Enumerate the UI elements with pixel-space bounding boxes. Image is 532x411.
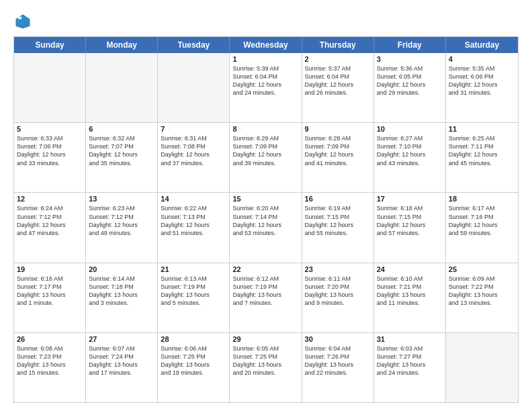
day-number: 30 — [305, 335, 371, 343]
calendar-cell: 15Sunrise: 6:20 AMSunset: 7:14 PMDayligh… — [230, 193, 302, 262]
cell-text: Sunrise: 6:19 AMSunset: 7:15 PMDaylight:… — [305, 204, 371, 237]
calendar-row: 5Sunrise: 6:33 AMSunset: 7:06 PMDaylight… — [14, 122, 518, 192]
cell-text: Sunrise: 5:37 AMSunset: 6:04 PMDaylight:… — [305, 64, 371, 97]
calendar-cell: 11Sunrise: 6:25 AMSunset: 7:11 PMDayligh… — [446, 123, 518, 192]
calendar-cell: 1Sunrise: 5:39 AMSunset: 6:04 PMDaylight… — [230, 53, 302, 122]
calendar-cell: 9Sunrise: 6:28 AMSunset: 7:09 PMDaylight… — [302, 123, 374, 192]
day-number: 28 — [161, 335, 226, 343]
calendar: SundayMondayTuesdayWednesdayThursdayFrid… — [13, 36, 519, 403]
logo — [13, 12, 35, 31]
day-number: 3 — [377, 55, 443, 63]
cell-text: Sunrise: 6:32 AMSunset: 7:07 PMDaylight:… — [89, 134, 154, 167]
cell-text: Sunrise: 6:05 AMSunset: 7:25 PMDaylight:… — [232, 345, 298, 377]
calendar-cell: 21Sunrise: 6:13 AMSunset: 7:19 PMDayligh… — [158, 263, 230, 332]
cell-text: Sunrise: 6:22 AMSunset: 7:13 PMDaylight:… — [161, 204, 226, 237]
day-number: 24 — [377, 265, 443, 273]
calendar-row: 26Sunrise: 6:08 AMSunset: 7:23 PMDayligh… — [14, 332, 518, 402]
calendar-cell: 14Sunrise: 6:22 AMSunset: 7:13 PMDayligh… — [158, 193, 230, 262]
calendar-cell: 13Sunrise: 6:23 AMSunset: 7:12 PMDayligh… — [86, 193, 158, 262]
cell-text: Sunrise: 6:17 AMSunset: 7:16 PMDaylight:… — [449, 204, 515, 237]
calendar-cell: 6Sunrise: 6:32 AMSunset: 7:07 PMDaylight… — [86, 123, 158, 192]
day-number: 1 — [232, 55, 298, 63]
header-day-thursday: Thursday — [302, 37, 374, 53]
calendar-cell: 10Sunrise: 6:27 AMSunset: 7:10 PMDayligh… — [374, 123, 446, 192]
calendar-row: 19Sunrise: 6:16 AMSunset: 7:17 PMDayligh… — [14, 263, 518, 332]
day-number: 2 — [305, 55, 371, 63]
day-number: 10 — [377, 125, 443, 133]
header — [13, 12, 519, 31]
cell-text: Sunrise: 6:08 AMSunset: 7:23 PMDaylight:… — [17, 345, 83, 377]
cell-text: Sunrise: 6:24 AMSunset: 7:12 PMDaylight:… — [17, 204, 83, 237]
cell-text: Sunrise: 6:29 AMSunset: 7:09 PMDaylight:… — [232, 134, 298, 167]
day-number: 27 — [89, 335, 154, 343]
calendar-header: SundayMondayTuesdayWednesdayThursdayFrid… — [14, 37, 518, 53]
cell-text: Sunrise: 6:04 AMSunset: 7:26 PMDaylight:… — [305, 345, 371, 377]
day-number: 23 — [305, 265, 371, 273]
cell-text: Sunrise: 6:07 AMSunset: 7:24 PMDaylight:… — [89, 345, 154, 377]
day-number: 20 — [89, 265, 154, 273]
calendar-cell: 23Sunrise: 6:11 AMSunset: 7:20 PMDayligh… — [302, 263, 374, 332]
calendar-cell: 24Sunrise: 6:10 AMSunset: 7:21 PMDayligh… — [374, 263, 446, 332]
cell-text: Sunrise: 6:31 AMSunset: 7:08 PMDaylight:… — [161, 134, 226, 167]
calendar-cell: 25Sunrise: 6:09 AMSunset: 7:22 PMDayligh… — [446, 263, 518, 332]
day-number: 17 — [377, 195, 443, 203]
svg-rect-2 — [18, 17, 21, 19]
calendar-cell: 29Sunrise: 6:05 AMSunset: 7:25 PMDayligh… — [230, 333, 302, 402]
calendar-cell: 8Sunrise: 6:29 AMSunset: 7:09 PMDaylight… — [230, 123, 302, 192]
cell-text: Sunrise: 6:06 AMSunset: 7:25 PMDaylight:… — [161, 345, 226, 377]
cell-text: Sunrise: 6:13 AMSunset: 7:19 PMDaylight:… — [161, 275, 226, 308]
cell-text: Sunrise: 6:23 AMSunset: 7:12 PMDaylight:… — [89, 204, 154, 237]
day-number: 31 — [377, 335, 443, 343]
calendar-cell — [446, 333, 518, 402]
calendar-cell: 4Sunrise: 5:35 AMSunset: 6:06 PMDaylight… — [446, 53, 518, 122]
calendar-cell: 22Sunrise: 6:12 AMSunset: 7:19 PMDayligh… — [230, 263, 302, 332]
header-day-monday: Monday — [86, 37, 158, 53]
cell-text: Sunrise: 6:14 AMSunset: 7:18 PMDaylight:… — [89, 275, 154, 308]
day-number: 5 — [17, 125, 83, 133]
day-number: 21 — [161, 265, 226, 273]
day-number: 12 — [17, 195, 83, 203]
cell-text: Sunrise: 6:20 AMSunset: 7:14 PMDaylight:… — [232, 204, 298, 237]
calendar-cell: 18Sunrise: 6:17 AMSunset: 7:16 PMDayligh… — [446, 193, 518, 262]
calendar-cell: 19Sunrise: 6:16 AMSunset: 7:17 PMDayligh… — [14, 263, 86, 332]
page: SundayMondayTuesdayWednesdayThursdayFrid… — [0, 0, 532, 411]
calendar-row: 12Sunrise: 6:24 AMSunset: 7:12 PMDayligh… — [14, 192, 518, 262]
day-number: 25 — [449, 265, 515, 273]
cell-text: Sunrise: 6:18 AMSunset: 7:15 PMDaylight:… — [377, 204, 443, 237]
header-day-wednesday: Wednesday — [230, 37, 302, 53]
cell-text: Sunrise: 6:09 AMSunset: 7:22 PMDaylight:… — [449, 275, 515, 308]
calendar-row: 1Sunrise: 5:39 AMSunset: 6:04 PMDaylight… — [14, 53, 518, 122]
day-number: 7 — [161, 125, 226, 133]
header-day-friday: Friday — [374, 37, 446, 53]
day-number: 15 — [232, 195, 298, 203]
cell-text: Sunrise: 5:39 AMSunset: 6:04 PMDaylight:… — [232, 64, 298, 97]
day-number: 22 — [232, 265, 298, 273]
cell-text: Sunrise: 6:25 AMSunset: 7:11 PMDaylight:… — [449, 134, 515, 167]
day-number: 26 — [17, 335, 83, 343]
calendar-cell: 12Sunrise: 6:24 AMSunset: 7:12 PMDayligh… — [14, 193, 86, 262]
calendar-cell: 5Sunrise: 6:33 AMSunset: 7:06 PMDaylight… — [14, 123, 86, 192]
calendar-cell — [158, 53, 230, 122]
cell-text: Sunrise: 6:16 AMSunset: 7:17 PMDaylight:… — [17, 275, 83, 308]
cell-text: Sunrise: 5:36 AMSunset: 6:05 PMDaylight:… — [377, 64, 443, 97]
header-day-sunday: Sunday — [14, 37, 86, 53]
calendar-cell — [86, 53, 158, 122]
calendar-cell: 3Sunrise: 5:36 AMSunset: 6:05 PMDaylight… — [374, 53, 446, 122]
calendar-cell: 26Sunrise: 6:08 AMSunset: 7:23 PMDayligh… — [14, 333, 86, 402]
day-number: 18 — [449, 195, 515, 203]
day-number: 16 — [305, 195, 371, 203]
calendar-cell: 7Sunrise: 6:31 AMSunset: 7:08 PMDaylight… — [158, 123, 230, 192]
cell-text: Sunrise: 5:35 AMSunset: 6:06 PMDaylight:… — [449, 64, 515, 97]
day-number: 13 — [89, 195, 154, 203]
header-day-saturday: Saturday — [446, 37, 518, 53]
day-number: 4 — [449, 55, 515, 63]
calendar-cell: 20Sunrise: 6:14 AMSunset: 7:18 PMDayligh… — [86, 263, 158, 332]
cell-text: Sunrise: 6:11 AMSunset: 7:20 PMDaylight:… — [305, 275, 371, 308]
day-number: 11 — [449, 125, 515, 133]
calendar-body: 1Sunrise: 5:39 AMSunset: 6:04 PMDaylight… — [14, 53, 518, 402]
cell-text: Sunrise: 6:28 AMSunset: 7:09 PMDaylight:… — [305, 134, 371, 167]
day-number: 9 — [305, 125, 371, 133]
header-day-tuesday: Tuesday — [158, 37, 230, 53]
day-number: 6 — [89, 125, 154, 133]
cell-text: Sunrise: 6:12 AMSunset: 7:19 PMDaylight:… — [232, 275, 298, 308]
